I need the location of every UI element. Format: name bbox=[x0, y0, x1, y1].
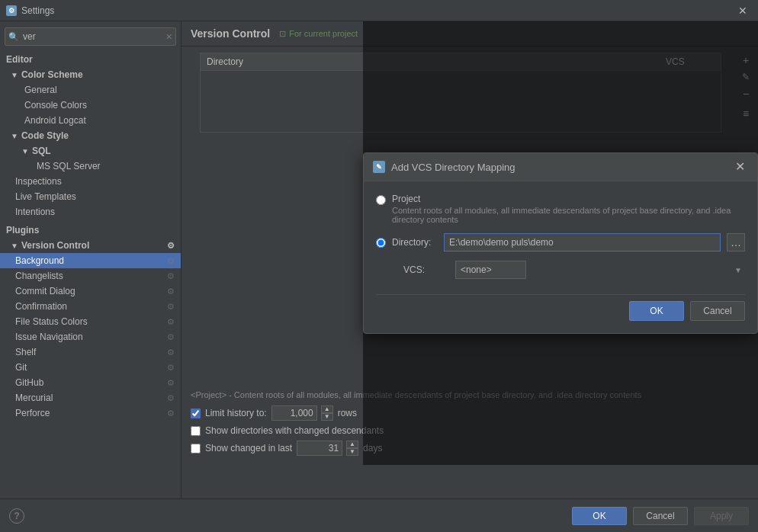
modal-title-bar: ✎ Add VCS Directory Mapping ✕ bbox=[364, 153, 757, 181]
add-vcs-dialog: ✎ Add VCS Directory Mapping ✕ Project Co… bbox=[363, 152, 758, 334]
perforce-settings-icon: ⚙ bbox=[167, 409, 175, 418]
sidebar-item-background[interactable]: Background ⚙ bbox=[0, 253, 181, 268]
modal-buttons: OK Cancel bbox=[376, 294, 745, 321]
sidebar-item-live-templates[interactable]: Live Templates bbox=[0, 189, 181, 204]
sidebar-item-general[interactable]: General bbox=[0, 82, 181, 98]
sidebar-item-confirmation[interactable]: Confirmation ⚙ bbox=[0, 299, 181, 314]
limit-history-down[interactable]: ▼ bbox=[321, 413, 333, 421]
color-scheme-label: Color Scheme bbox=[21, 69, 83, 80]
show-changed-down[interactable]: ▼ bbox=[346, 448, 358, 456]
bottom-right-buttons: OK Cancel Apply bbox=[572, 507, 749, 525]
directory-radio[interactable] bbox=[376, 238, 386, 248]
sql-arrow: ▼ bbox=[21, 147, 29, 155]
plugins-header[interactable]: Plugins bbox=[0, 223, 181, 238]
directory-radio-label: Directory: bbox=[392, 237, 438, 248]
directory-field-row: Directory: … bbox=[376, 233, 745, 252]
code-style-label: Code Style bbox=[21, 130, 69, 141]
sidebar-item-github[interactable]: GitHub ⚙ bbox=[0, 375, 181, 390]
editor-section: Editor ▼ Color Scheme General Console Co… bbox=[0, 50, 181, 221]
project-radio-desc: Content roots of all modules, all immedi… bbox=[392, 206, 745, 224]
for-current-project-link[interactable]: ⊡ For current project bbox=[279, 29, 358, 39]
show-changed-spinner: ▲ ▼ bbox=[346, 441, 358, 456]
modal-title-text: Add VCS Directory Mapping bbox=[391, 162, 516, 173]
plugins-section: Plugins ▼ Version Control ⚙ Background ⚙… bbox=[0, 221, 181, 422]
vcs-select-arrow-icon: ▼ bbox=[734, 266, 742, 274]
sql-header[interactable]: ▼ SQL bbox=[0, 143, 181, 159]
for-current-project-icon: ⊡ bbox=[279, 29, 286, 39]
modal-cancel-button[interactable]: Cancel bbox=[690, 301, 745, 321]
directory-browse-button[interactable]: … bbox=[727, 233, 745, 252]
sql-label: SQL bbox=[32, 146, 51, 156]
confirmation-settings-icon: ⚙ bbox=[167, 302, 175, 312]
sidebar-item-commit-dialog[interactable]: Commit Dialog ⚙ bbox=[0, 284, 181, 299]
project-radio-row: Project Content roots of all modules, al… bbox=[376, 194, 745, 224]
search-input[interactable] bbox=[21, 30, 165, 43]
search-box[interactable]: 🔍 ✕ bbox=[5, 27, 176, 46]
limit-history-checkbox[interactable] bbox=[191, 409, 201, 418]
changelists-settings-icon: ⚙ bbox=[167, 271, 175, 281]
search-icon: 🔍 bbox=[8, 32, 19, 42]
code-style-header[interactable]: ▼ Code Style bbox=[0, 128, 181, 143]
vcs-select-wrapper: <none> Git Mercurial Perforce Subversion… bbox=[455, 261, 745, 279]
show-changed-checkbox[interactable] bbox=[191, 444, 201, 453]
settings-icon: ⚙ bbox=[6, 5, 17, 16]
apply-button[interactable]: Apply bbox=[694, 507, 749, 525]
vc-settings-icon: ⚙ bbox=[167, 241, 175, 251]
show-directories-checkbox[interactable] bbox=[191, 426, 201, 436]
bottom-bar: ? OK Cancel Apply bbox=[0, 498, 758, 532]
sidebar-item-git[interactable]: Git ⚙ bbox=[0, 360, 181, 375]
sidebar-item-issue-navigation[interactable]: Issue Navigation ⚙ bbox=[0, 329, 181, 345]
limit-history-label: Limit history to: bbox=[205, 408, 267, 418]
modal-close-button[interactable]: ✕ bbox=[732, 159, 748, 175]
color-scheme-arrow: ▼ bbox=[11, 71, 18, 79]
background-settings-icon: ⚙ bbox=[167, 256, 175, 266]
ok-button[interactable]: OK bbox=[572, 507, 627, 525]
sidebar-item-changelists[interactable]: Changelists ⚙ bbox=[0, 268, 181, 284]
sidebar-item-ms-sql[interactable]: MS SQL Server bbox=[0, 159, 181, 174]
modal-title-icon: ✎ bbox=[373, 161, 385, 173]
content-title: Version Control bbox=[191, 27, 270, 40]
plugins-label: Plugins bbox=[6, 225, 39, 236]
content-area: Version Control ⊡ For current project Di… bbox=[181, 21, 758, 498]
version-control-header[interactable]: ▼ Version Control ⚙ bbox=[0, 238, 181, 253]
sidebar-item-android-logcat[interactable]: Android Logcat bbox=[0, 113, 181, 128]
sidebar-item-shelf[interactable]: Shelf ⚙ bbox=[0, 345, 181, 360]
vcs-select[interactable]: <none> Git Mercurial Perforce Subversion bbox=[455, 261, 526, 279]
main-layout: 🔍 ✕ Editor ▼ Color Scheme General Consol… bbox=[0, 21, 758, 498]
color-scheme-header[interactable]: ▼ Color Scheme bbox=[0, 67, 181, 82]
version-control-label: Version Control bbox=[21, 240, 89, 251]
show-changed-input[interactable] bbox=[297, 441, 342, 456]
modal-ok-button[interactable]: OK bbox=[629, 301, 684, 321]
help-button[interactable]: ? bbox=[9, 508, 24, 524]
issue-nav-settings-icon: ⚙ bbox=[167, 332, 175, 342]
sidebar-item-console-colors[interactable]: Console Colors bbox=[0, 98, 181, 113]
vc-arrow: ▼ bbox=[11, 242, 18, 250]
modal-body: Project Content roots of all modules, al… bbox=[364, 181, 757, 333]
sidebar: 🔍 ✕ Editor ▼ Color Scheme General Consol… bbox=[0, 21, 181, 498]
github-settings-icon: ⚙ bbox=[167, 378, 175, 388]
limit-history-up[interactable]: ▲ bbox=[321, 405, 333, 413]
title-bar-title: Settings bbox=[21, 5, 54, 16]
shelf-settings-icon: ⚙ bbox=[167, 348, 175, 357]
sidebar-item-file-status-colors[interactable]: File Status Colors ⚙ bbox=[0, 314, 181, 329]
directory-input[interactable] bbox=[444, 233, 721, 252]
for-current-project-label: For current project bbox=[289, 29, 358, 38]
limit-history-input[interactable] bbox=[271, 405, 317, 421]
limit-history-spinner: ▲ ▼ bbox=[321, 405, 333, 421]
title-bar-left: ⚙ Settings bbox=[6, 5, 54, 16]
sidebar-item-intentions[interactable]: Intentions bbox=[0, 204, 181, 220]
show-changed-label: Show changed in last bbox=[205, 443, 292, 453]
cancel-button[interactable]: Cancel bbox=[633, 507, 688, 525]
project-radio[interactable] bbox=[376, 195, 386, 205]
editor-label: Editor bbox=[6, 54, 33, 65]
sidebar-item-inspections[interactable]: Inspections bbox=[0, 174, 181, 189]
show-changed-up[interactable]: ▲ bbox=[346, 441, 358, 448]
sidebar-item-perforce[interactable]: Perforce ⚙ bbox=[0, 405, 181, 421]
sidebar-item-mercurial[interactable]: Mercurial ⚙ bbox=[0, 390, 181, 405]
vcs-label: VCS: bbox=[403, 264, 449, 275]
git-settings-icon: ⚙ bbox=[167, 363, 175, 373]
title-bar-close-button[interactable]: ✕ bbox=[734, 3, 752, 18]
mercurial-settings-icon: ⚙ bbox=[167, 393, 175, 403]
editor-header[interactable]: Editor bbox=[0, 52, 181, 67]
search-clear-icon[interactable]: ✕ bbox=[165, 32, 172, 42]
